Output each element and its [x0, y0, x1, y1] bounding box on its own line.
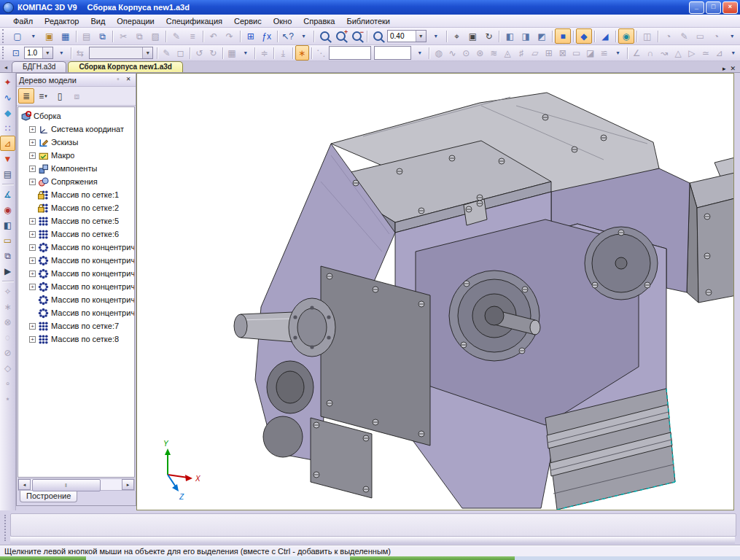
measure-icon-11[interactable]: ▭	[569, 45, 583, 61]
measure-icon-8[interactable]: ▱	[528, 45, 542, 61]
menu-item-Библиотеки[interactable]: Библиотеки	[340, 15, 396, 27]
menu-item-Редактор[interactable]: Редактор	[39, 15, 85, 27]
geom-icon-7[interactable]: ⊿	[712, 45, 726, 61]
expand-plus-icon[interactable]: +	[29, 139, 36, 146]
expand-plus-icon[interactable]: +	[29, 166, 36, 172]
toolbar-overflow-button[interactable]: ▾	[295, 28, 311, 44]
row2b-overflow-button[interactable]: ▾	[611, 45, 625, 61]
expand-plus-icon[interactable]: +	[29, 323, 36, 330]
tree-composition-button[interactable]: ≡▾	[35, 88, 51, 104]
expand-plus-icon[interactable]: +	[29, 257, 36, 264]
fx-button[interactable]: ƒx	[259, 28, 275, 44]
pin-icon[interactable]: ▫	[113, 75, 123, 85]
tree-item[interactable]: +Компоненты	[20, 162, 134, 175]
reports-icon[interactable]: ◧	[0, 217, 15, 233]
document-tab-active[interactable]: Сборка Корпуса new1.a3d	[68, 61, 183, 72]
sheet-icon-3[interactable]: ⊗	[0, 314, 15, 330]
edit-assembly-icon[interactable]: ✦	[0, 74, 15, 90]
tree-item[interactable]: +Массив по концентрической	[20, 241, 134, 254]
sheet-icon-2[interactable]: ∗	[0, 299, 15, 314]
orientation-front-button[interactable]: ◧	[502, 28, 518, 44]
measure-icon-13[interactable]: ≌	[597, 45, 611, 61]
minimize-button[interactable]: _	[689, 1, 704, 14]
format-brush-button[interactable]: ✎	[168, 28, 184, 44]
state-combo[interactable]: ▾	[89, 47, 154, 59]
step-combo[interactable]: 1.0▾	[24, 47, 53, 59]
sketch-mode-button[interactable]: ✎	[677, 28, 693, 44]
menu-item-Справка[interactable]: Справка	[297, 15, 340, 27]
geom-icon-5[interactable]: ▷	[685, 45, 698, 61]
tree-item[interactable]: +Массив по концентрической	[20, 280, 134, 293]
measure-icon-5[interactable]: ≋	[487, 45, 501, 61]
open-button[interactable]: ▣	[42, 28, 58, 44]
tree-horizontal-scrollbar[interactable]: ◂ ‖ ▸	[17, 478, 135, 491]
placement-button[interactable]: ◻	[174, 45, 187, 61]
surfaces-icon[interactable]: ◆	[0, 105, 15, 120]
measure-icon-2[interactable]: ∿	[445, 45, 459, 61]
spatial-curves-icon[interactable]: ∿	[0, 90, 15, 105]
zoom-in-button[interactable]: +	[332, 28, 348, 44]
library-icon[interactable]: ▭	[0, 233, 15, 248]
menu-item-Файл[interactable]: Файл	[7, 15, 39, 27]
measure-icon-9[interactable]: ⊞	[542, 45, 556, 61]
expand-plus-icon[interactable]: +	[29, 271, 36, 277]
row2-overflow-button[interactable]: ▾	[413, 45, 427, 61]
coord-y-field[interactable]	[374, 46, 411, 60]
sheet-icon-5[interactable]: ⊘	[0, 345, 15, 360]
point-snaps-button[interactable]: ∗	[295, 45, 309, 61]
properties-button[interactable]: ≡	[184, 28, 200, 44]
expand-plus-icon[interactable]: +	[29, 284, 36, 290]
tree-item[interactable]: Массив по сетке:1	[20, 188, 134, 201]
measure-icon-4[interactable]: ⊛	[473, 45, 487, 61]
orientation-custom-button[interactable]: ◩	[534, 28, 550, 44]
hidden-lines-button[interactable]: ◫	[639, 28, 655, 44]
sheet-icon-8[interactable]: ⋆	[0, 391, 15, 406]
auxiliary-geometry-icon[interactable]: ⊿	[0, 136, 15, 151]
tab-construction[interactable]: Построение	[20, 491, 77, 502]
new-document-button[interactable]: ▢	[9, 28, 26, 44]
grid-dropdown[interactable]: ▾	[238, 45, 252, 61]
tree-item[interactable]: +Эскизы	[20, 136, 134, 149]
tree-item[interactable]: +Система координат	[20, 122, 134, 136]
restore-button[interactable]: □	[706, 1, 721, 14]
expand-plus-icon[interactable]: +	[29, 231, 36, 238]
filters-icon[interactable]: ▼	[0, 151, 15, 166]
scroll-left-arrow[interactable]: ◂	[18, 479, 31, 490]
geom-icon-4[interactable]: △	[671, 45, 685, 61]
section-view-button[interactable]: ◔	[661, 28, 677, 44]
toolbar-grip[interactable]	[2, 47, 7, 59]
new-document-dropdown[interactable]: ▾	[26, 28, 42, 44]
print-preview-button[interactable]: ⧉	[95, 28, 111, 44]
row2c-overflow-button[interactable]: ▾	[726, 45, 740, 61]
tree-item[interactable]: Массив по концентрической	[20, 293, 134, 306]
snap-button[interactable]: ⤓	[276, 45, 290, 61]
menu-item-Спецификация[interactable]: Спецификация	[160, 15, 228, 27]
tree-item[interactable]: +Массив по сетке:8	[20, 332, 134, 346]
tab-scroll-left-icon[interactable]: ◂	[0, 63, 12, 72]
expand-plus-icon[interactable]: +	[29, 179, 36, 185]
rotate-model-button[interactable]: ◉	[618, 28, 634, 44]
copy-button[interactable]: ⧉	[131, 28, 147, 44]
tab-scroll-right-icon[interactable]: ▸	[723, 65, 726, 72]
sheet-icon-7[interactable]: ∘	[0, 376, 15, 391]
chevron-down-icon[interactable]: ▾	[416, 31, 426, 42]
tree-relations-button[interactable]: ⧈	[69, 88, 85, 104]
pan-button[interactable]: ⌖	[449, 28, 465, 44]
scroll-track[interactable]: ‖	[31, 479, 122, 490]
tree-item[interactable]: Массив по сетке:2	[20, 201, 134, 214]
tree-item[interactable]: +Массив по концентрической	[20, 254, 134, 267]
measure-icon-10[interactable]: ⊠	[556, 45, 569, 61]
zoom-by-frame-button[interactable]	[316, 28, 332, 44]
tree-item[interactable]: +Массив по сетке:5	[20, 214, 134, 228]
grid-button[interactable]: ▦	[225, 45, 238, 61]
toolbar-grip[interactable]	[2, 29, 7, 42]
measure-icon-12[interactable]: ◪	[583, 45, 597, 61]
state-button[interactable]: ⇆	[74, 45, 87, 61]
shaded-display-button[interactable]: ■	[555, 28, 571, 44]
tab-close-icon[interactable]: ✕	[730, 65, 736, 72]
round-2-button[interactable]: ↻	[206, 45, 220, 61]
expand-plus-icon[interactable]: +	[29, 336, 36, 343]
expand-plus-icon[interactable]: +	[29, 152, 36, 159]
redo-button[interactable]: ↷	[222, 28, 238, 44]
select-icon[interactable]: ▶	[0, 263, 15, 279]
